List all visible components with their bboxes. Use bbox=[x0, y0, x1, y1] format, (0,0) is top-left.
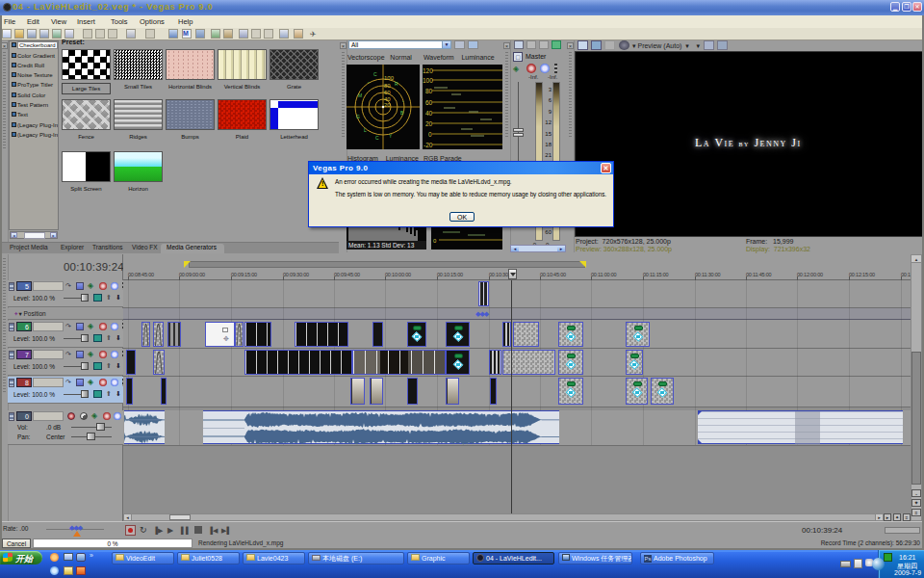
svg-text:C: C bbox=[373, 71, 377, 77]
svg-text:-20: -20 bbox=[424, 142, 433, 148]
svg-text:120: 120 bbox=[423, 67, 433, 74]
svg-text:60: 60 bbox=[425, 99, 433, 106]
svg-text:⌐: ⌐ bbox=[368, 79, 371, 85]
svg-text:L: L bbox=[364, 127, 367, 133]
svg-text:100: 100 bbox=[423, 77, 433, 84]
svg-text:C: C bbox=[375, 135, 379, 141]
svg-text:40: 40 bbox=[425, 110, 433, 117]
svg-text:R: R bbox=[395, 81, 398, 87]
svg-text:0: 0 bbox=[428, 131, 432, 138]
svg-text:G: G bbox=[356, 114, 360, 119]
svg-text:100: 100 bbox=[384, 75, 395, 81]
svg-text:80: 80 bbox=[384, 83, 391, 89]
svg-text:60: 60 bbox=[384, 90, 391, 95]
svg-text:20: 20 bbox=[425, 120, 433, 127]
svg-text:80: 80 bbox=[425, 88, 433, 94]
svg-text:20: 20 bbox=[384, 102, 391, 108]
svg-text:M: M bbox=[358, 92, 362, 98]
